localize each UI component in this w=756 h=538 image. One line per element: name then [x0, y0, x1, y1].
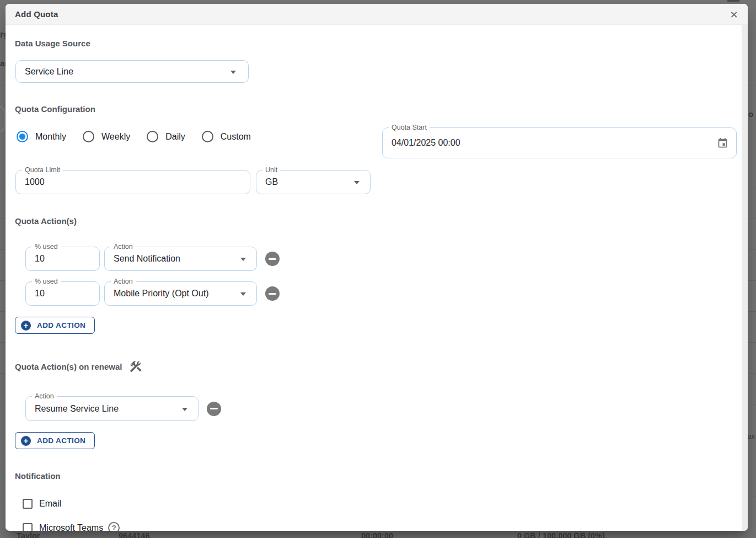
- action-select[interactable]: Action Mobile Priority (Opt Out): [104, 281, 257, 306]
- unit-value: GB: [265, 171, 278, 194]
- dialog-scrollbar[interactable]: [742, 25, 748, 531]
- data-usage-source-label: Data Usage Source: [15, 39, 90, 48]
- radio-icon: [83, 131, 94, 142]
- background-text-fragment: ax: [748, 433, 755, 440]
- quota-actions-label: Quota Action(s): [15, 216, 77, 226]
- radio-option-daily[interactable]: Daily: [147, 131, 185, 142]
- radio-label: Weekly: [101, 132, 130, 142]
- quota-start-input[interactable]: [383, 128, 736, 158]
- checkbox-icon[interactable]: [23, 523, 33, 531]
- action-select[interactable]: Action Send Notification: [104, 247, 257, 271]
- radio-option-custom[interactable]: Custom: [202, 131, 251, 142]
- quota-action-row: % used Action Send Notification: [25, 247, 280, 271]
- radio-label: Custom: [221, 132, 251, 142]
- action-select[interactable]: Action Resume Service Line: [25, 396, 199, 421]
- radio-icon: [17, 131, 28, 142]
- action-value: Send Notification: [114, 247, 180, 270]
- add-action-label: ADD ACTION: [37, 436, 85, 445]
- percent-used-input[interactable]: [26, 247, 99, 270]
- radio-option-weekly[interactable]: Weekly: [83, 131, 130, 142]
- background-text-fragment: o: [748, 109, 753, 119]
- quota-action-row: % used Action Mobile Priority (Opt Out): [25, 281, 280, 306]
- quota-configuration-label: Quota Configuration: [15, 104, 95, 114]
- checkbox-icon[interactable]: [23, 499, 33, 509]
- chevron-down-icon: [240, 258, 246, 261]
- percent-used-field: % used: [25, 281, 100, 306]
- chevron-down-icon: [240, 292, 246, 296]
- quota-limit-input[interactable]: [16, 171, 250, 194]
- quota-period-radio-group: Monthly Weekly Daily Custom: [17, 131, 251, 142]
- data-usage-source-select[interactable]: Service Line: [15, 60, 249, 83]
- chevron-down-icon: [230, 71, 236, 74]
- table-cell: 00:00:00: [361, 531, 393, 538]
- add-renewal-action-button[interactable]: + ADD ACTION: [15, 432, 95, 449]
- radio-label: Monthly: [35, 132, 66, 142]
- quota-start-field: Quota Start: [382, 127, 737, 158]
- radio-icon: [202, 131, 213, 142]
- background-fragment: [727, 0, 739, 2]
- chevron-down-icon: [182, 408, 187, 411]
- radio-label: Daily: [165, 132, 185, 142]
- help-icon[interactable]: ?: [108, 522, 120, 531]
- radio-option-monthly[interactable]: Monthly: [17, 131, 66, 142]
- background-field-fragment: [0, 106, 4, 132]
- table-cell: Taylor: [17, 531, 40, 538]
- percent-used-input[interactable]: [26, 282, 99, 305]
- chevron-down-icon: [354, 181, 360, 184]
- unit-select[interactable]: Unit GB: [256, 170, 371, 194]
- calendar-icon[interactable]: [717, 137, 728, 149]
- email-checkbox-row[interactable]: Email: [23, 499, 61, 509]
- add-quota-dialog: Add Quota ✕ Data Usage Source Service Li…: [6, 4, 748, 531]
- background-table-row: Taylor 9644146 00:00:00 0 GB / 100.000 G…: [0, 531, 756, 538]
- dialog-header: Add Quota: [6, 4, 748, 25]
- checkbox-label: Microsoft Teams: [39, 523, 103, 531]
- microsoft-teams-checkbox-row[interactable]: Microsoft Teams ?: [23, 522, 120, 531]
- add-action-button[interactable]: + ADD ACTION: [15, 317, 95, 334]
- remove-action-button[interactable]: [207, 402, 221, 416]
- percent-used-field: % used: [25, 247, 100, 271]
- construction-icon: [129, 360, 142, 373]
- data-usage-source-value: Service Line: [25, 61, 73, 82]
- dialog-title: Add Quota: [15, 9, 58, 19]
- remove-action-button[interactable]: [265, 252, 280, 266]
- table-cell: 9644146: [119, 531, 149, 538]
- checkbox-label: Email: [39, 499, 61, 509]
- table-cell: 0 GB / 100.000 GB (0%): [517, 531, 605, 538]
- remove-action-button[interactable]: [265, 286, 280, 301]
- action-value: Resume Service Line: [35, 397, 119, 420]
- close-button[interactable]: ✕: [727, 8, 741, 22]
- renewal-action-row: Action Resume Service Line: [25, 396, 221, 421]
- add-action-label: ADD ACTION: [37, 321, 85, 329]
- notification-label: Notification: [15, 471, 61, 481]
- plus-icon: +: [21, 436, 31, 446]
- plus-icon: +: [21, 321, 31, 331]
- quota-actions-renewal-text: Quota Action(s) on renewal: [15, 362, 122, 371]
- quota-limit-field: Quota Limit: [15, 170, 250, 194]
- radio-icon: [147, 131, 158, 142]
- action-value: Mobile Priority (Opt Out): [114, 282, 208, 305]
- quota-actions-renewal-label: Quota Action(s) on renewal: [15, 360, 142, 373]
